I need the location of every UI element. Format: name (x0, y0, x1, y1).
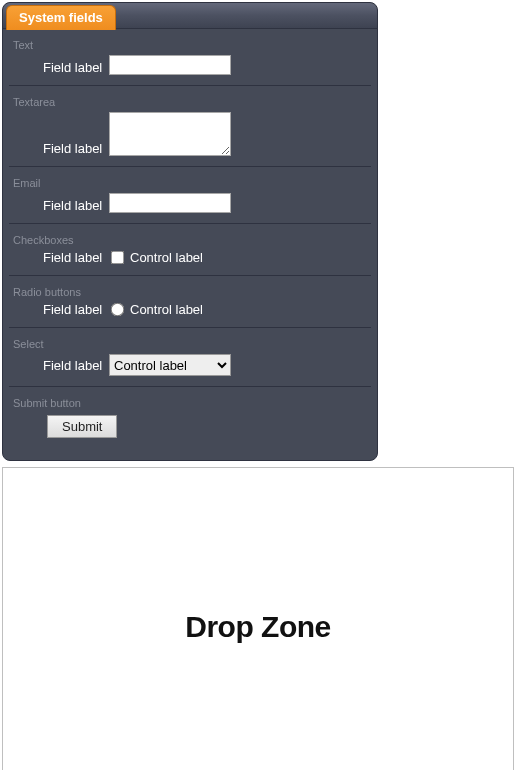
section-title-submit: Submit button (11, 393, 369, 409)
section-title-radio: Radio buttons (11, 282, 369, 298)
section-checkboxes: Checkboxes Field label Control label (9, 224, 371, 276)
panel-content: Text Field label Textarea Field label Em… (3, 29, 377, 454)
drop-zone-label: Drop Zone (185, 610, 331, 644)
section-text: Text Field label (9, 29, 371, 86)
control-label-radio: Control label (130, 302, 203, 317)
text-input[interactable] (109, 55, 231, 75)
checkbox-input[interactable] (111, 251, 125, 265)
section-select: Select Field label Control label (9, 328, 371, 387)
section-submit: Submit button Submit (9, 387, 371, 454)
control-label-checkbox: Control label (130, 250, 203, 265)
field-label-textarea: Field label (43, 141, 103, 156)
textarea-input[interactable] (109, 112, 231, 156)
tab-system-fields[interactable]: System fields (6, 5, 116, 30)
select-input[interactable]: Control label (109, 354, 231, 376)
section-title-email: Email (11, 173, 369, 189)
section-title-textarea: Textarea (11, 92, 369, 108)
tabbar: System fields (3, 3, 377, 29)
section-title-text: Text (11, 35, 369, 51)
section-email: Email Field label (9, 167, 371, 224)
drop-zone[interactable]: Drop Zone (2, 467, 514, 770)
field-label-select: Field label (43, 358, 103, 373)
field-label-radio: Field label (43, 302, 103, 317)
section-textarea: Textarea Field label (9, 86, 371, 167)
system-fields-panel: System fields Text Field label Textarea … (2, 2, 378, 461)
field-label-checkbox: Field label (43, 250, 103, 265)
section-radio: Radio buttons Field label Control label (9, 276, 371, 328)
field-label-email: Field label (43, 198, 103, 213)
email-input[interactable] (109, 193, 231, 213)
radio-input[interactable] (111, 303, 125, 317)
submit-button[interactable]: Submit (47, 415, 117, 438)
section-title-checkboxes: Checkboxes (11, 230, 369, 246)
field-label-text: Field label (43, 60, 103, 75)
section-title-select: Select (11, 334, 369, 350)
